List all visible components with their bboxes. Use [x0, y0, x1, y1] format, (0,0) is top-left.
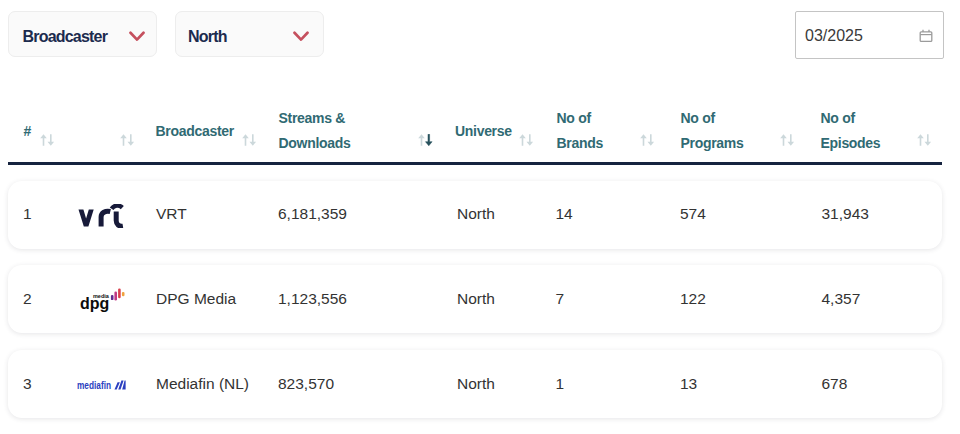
svg-text:mediafin: mediafin	[77, 379, 111, 391]
svg-text:media: media	[93, 293, 109, 299]
